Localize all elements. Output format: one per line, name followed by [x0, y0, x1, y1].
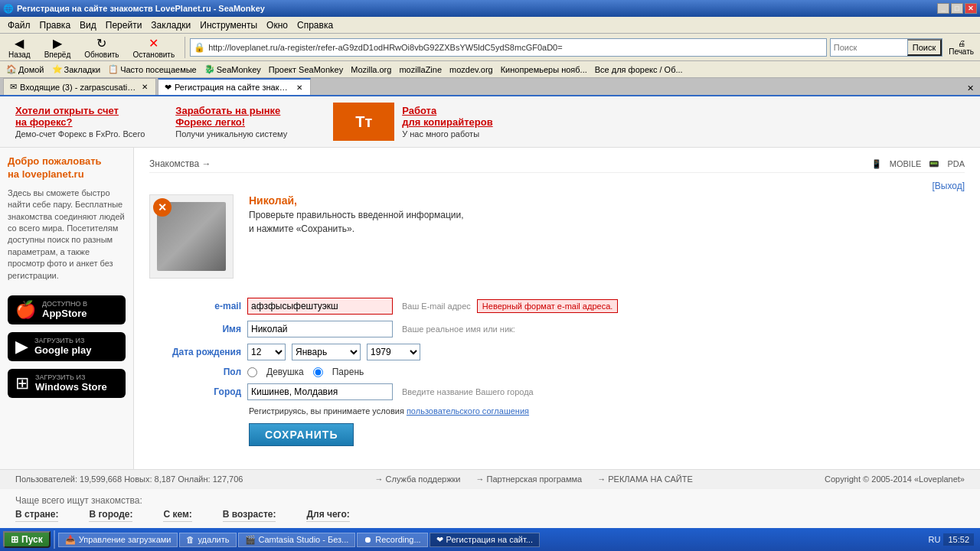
search-button[interactable]: Поиск [907, 39, 942, 56]
city-input[interactable] [247, 383, 393, 400]
ad-forex-open: Хотели открыть счетна форекс? Демо-счет … [15, 105, 145, 139]
logout-link[interactable]: [Выход] [932, 181, 965, 191]
bookmark-mozdev[interactable]: mozdev.org [446, 64, 496, 75]
profile-info: Николай, Проверьте правильность введенно… [249, 194, 965, 279]
menu-help[interactable]: Справка [292, 18, 338, 32]
search-input[interactable] [831, 41, 907, 54]
back-button[interactable]: ◀ Назад [3, 34, 36, 61]
bookmark-kino[interactable]: Кинопремьеры нояб... [498, 64, 590, 75]
page-content: Хотели открыть счетна форекс? Демо-счет … [0, 96, 980, 528]
maximize-btn[interactable]: □ [951, 3, 963, 14]
lang-indicator: RU [929, 535, 941, 544]
stop-icon: ✕ [149, 36, 158, 51]
window-title: Регистрация на сайте знакомств LovePlane… [17, 4, 265, 13]
dob-year-select[interactable]: 1979 [367, 344, 420, 360]
forward-button[interactable]: ▶ Вперёд [39, 34, 77, 61]
menu-tools[interactable]: Инструменты [195, 18, 262, 32]
search-box[interactable]: Поиск [830, 38, 942, 57]
footer-partner[interactable]: Партнерская программа [476, 474, 583, 484]
appstore-button[interactable]: 🍎 ДОСТУПНО В AppStore [8, 295, 126, 324]
bookmark-mozilla[interactable]: Mozilla.org [348, 64, 394, 75]
bookmark-seamonkey-project[interactable]: Проект SeaMonkey [266, 64, 346, 75]
footer-support[interactable]: Служба поддержки [375, 474, 461, 484]
main-content: Знакомства → 📱 MOBILE 📟 PDA [Выход] [134, 148, 980, 469]
seamonkey-icon: 🐉 [204, 64, 215, 74]
taskbar-item-0[interactable]: 📥 Управление загрузками [58, 533, 178, 547]
tab-gmail-close[interactable]: ✕ [140, 83, 149, 91]
windowsstore-button[interactable]: ⊞ ЗАГРУЗИТЬ ИЗ Windows Store [8, 369, 126, 398]
ad-copy-title[interactable]: Работадля копирайтеров [402, 105, 492, 128]
menu-view[interactable]: Вид [75, 18, 101, 32]
dob-day-select[interactable]: 12 [247, 344, 286, 360]
close-btn[interactable]: ✕ [965, 3, 977, 14]
name-input[interactable] [247, 321, 393, 337]
menu-file[interactable]: Файл [3, 18, 35, 32]
bookmark-home[interactable]: 🏠 Домой [3, 64, 47, 75]
address-icon: 🔒 [194, 42, 205, 53]
avatar-box: ✕ [149, 194, 234, 279]
ad-forex-open-title[interactable]: Хотели открыть счетна форекс? [15, 105, 145, 128]
taskbar-icon-4: ❤ [436, 535, 443, 545]
tab-loveplanet[interactable]: ❤ Регистрация на сайте знакомств LovePla… [158, 78, 311, 95]
gender-female-radio[interactable] [247, 367, 257, 377]
ad-forex-easy-title[interactable]: Заработать на рынкеФорекс легко! [175, 105, 287, 128]
taskbar-item-1[interactable]: 🗑 удалить [179, 533, 236, 547]
toolbar: ◀ Назад ▶ Вперёд ↻ Обновить ✕ Остановить… [0, 34, 980, 61]
tab-gmail[interactable]: ✉ Входящие (3) - zarpascusatineprosit@gm… [3, 78, 156, 95]
footer: Пользователей: 19,599,668 Новых: 8,187 О… [0, 469, 980, 488]
taskbar-item-3[interactable]: ⏺ Recording... [357, 533, 427, 547]
reload-button[interactable]: ↻ Обновить [79, 34, 124, 61]
taskbar-item-2[interactable]: 🎬 Camtasia Studio - Без... [238, 533, 356, 547]
minimize-btn[interactable]: _ [937, 3, 949, 14]
taskbar-icon-2: 🎬 [245, 535, 256, 545]
col-purpose: Для чего: [306, 509, 349, 522]
taskbar-clock: 15:52 [943, 533, 974, 546]
footer-stats: Пользователей: 19,599,668 Новых: 8,187 О… [15, 474, 243, 484]
bookmark-mozillazine[interactable]: mozillaZine [396, 64, 445, 75]
googleplay-button[interactable]: ▶ ЗАГРУЗИТЬ ИЗ Google play [8, 332, 126, 361]
mobile-link[interactable]: MOBILE [890, 159, 922, 169]
profile-msg2: и нажмите «Сохранить». [249, 223, 965, 234]
bookmark-frequent[interactable]: 📋 Часто посещаемые [105, 64, 200, 75]
gender-male-radio[interactable] [313, 367, 323, 377]
back-icon: ◀ [15, 36, 24, 51]
print-button[interactable]: 🖨 Печать [946, 37, 977, 57]
email-label: e-mail [149, 301, 241, 311]
terms-link[interactable]: пользовательского соглашения [407, 406, 529, 416]
gender-label: Пол [149, 367, 241, 377]
menu-edit[interactable]: Правка [35, 18, 76, 32]
footer-ads[interactable]: РЕКЛАМА НА САЙТЕ [597, 474, 693, 484]
terms-text: Регистрируясь, вы принимаете условия [249, 406, 407, 416]
print-icon: 🖨 [958, 39, 965, 47]
tab-bar: ✉ Входящие (3) - zarpascusatineprosit@gm… [0, 78, 980, 96]
reload-icon: ↻ [96, 36, 106, 51]
menu-go[interactable]: Перейти [101, 18, 147, 32]
bookmarks-bar: 🏠 Домой ⭐ Закладки 📋 Часто посещаемые 🐉 … [0, 61, 980, 78]
save-button[interactable]: СОХРАНИТЬ [249, 423, 354, 446]
pda-link[interactable]: PDA [947, 159, 965, 169]
email-input[interactable] [247, 298, 393, 315]
start-button[interactable]: ⊞ Пуск [3, 531, 51, 548]
bookmark-forex[interactable]: Все для форекс / Об... [592, 64, 686, 75]
reg-form: e-mail Ваш E-mail адрес Неверный формат … [149, 298, 965, 446]
appstore-labels: ДОСТУПНО В AppStore [42, 300, 87, 319]
bookmark-seamonkey[interactable]: 🐉 SeaMonkey [201, 64, 264, 75]
tab-loveplanet-close[interactable]: ✕ [295, 83, 304, 92]
menu-bookmarks[interactable]: Закладки [146, 18, 195, 32]
mobile-links: 📱 MOBILE 📟 PDA [871, 159, 965, 169]
dob-month-select[interactable]: Январь [292, 344, 361, 360]
stop-button[interactable]: ✕ Остановить [128, 34, 181, 61]
breadcrumb: Знакомства → [149, 158, 211, 169]
tab-close-all[interactable]: ✕ [964, 82, 977, 95]
ad-area: Хотели открыть счетна форекс? Демо-счет … [0, 96, 980, 148]
ad-copywriting: Тт Работадля копирайтеров У нас много ра… [333, 103, 492, 141]
taskbar-sep [54, 530, 55, 549]
save-row: СОХРАНИТЬ [149, 423, 965, 446]
sidebar-title: Добро пожаловатьна loveplanet.ru [8, 155, 102, 180]
address-bar[interactable]: 🔒 http://loveplanet.ru/a-register/refer-… [190, 38, 827, 57]
menu-window[interactable]: Окно [262, 18, 292, 32]
tab-loveplanet-icon: ❤ [165, 83, 172, 93]
city-label: Город [149, 386, 241, 397]
taskbar-item-4[interactable]: ❤ Регистрация на сайт... [430, 533, 540, 547]
bookmark-bookmarks[interactable]: ⭐ Закладки [49, 64, 104, 75]
